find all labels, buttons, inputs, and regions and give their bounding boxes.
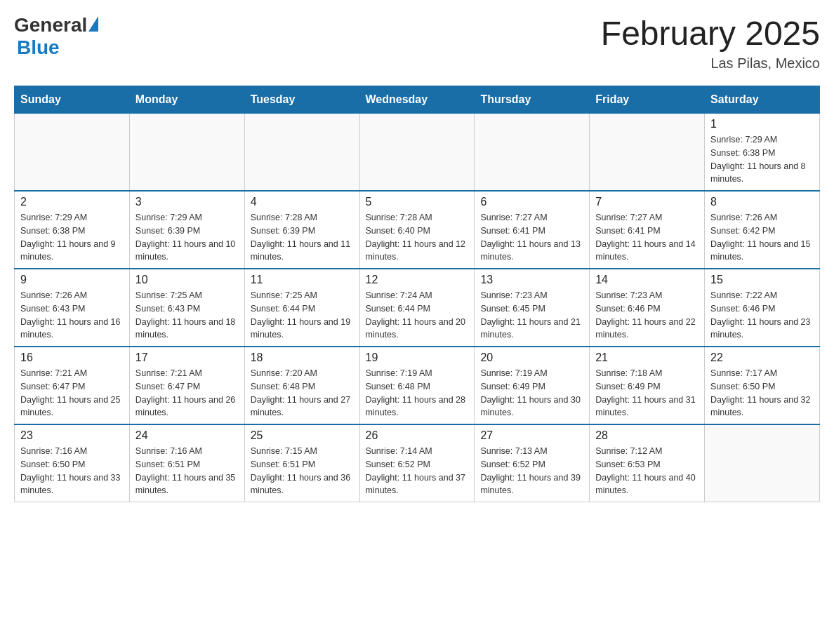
calendar-week-row: 2Sunrise: 7:29 AM Sunset: 6:38 PM Daylig… <box>15 191 820 269</box>
calendar-cell: 2Sunrise: 7:29 AM Sunset: 6:38 PM Daylig… <box>15 191 130 269</box>
day-number: 28 <box>595 429 699 442</box>
calendar-cell: 9Sunrise: 7:26 AM Sunset: 6:43 PM Daylig… <box>15 269 130 347</box>
day-info: Sunrise: 7:25 AM Sunset: 6:43 PM Dayligh… <box>135 289 239 342</box>
day-number: 25 <box>251 429 354 442</box>
day-info: Sunrise: 7:19 AM Sunset: 6:48 PM Dayligh… <box>366 367 469 420</box>
calendar-cell: 12Sunrise: 7:24 AM Sunset: 6:44 PM Dayli… <box>359 269 475 347</box>
calendar-cell <box>705 424 820 502</box>
calendar-cell <box>359 114 475 192</box>
day-number: 17 <box>135 351 239 364</box>
day-number: 3 <box>135 196 239 208</box>
day-info: Sunrise: 7:29 AM Sunset: 6:39 PM Dayligh… <box>135 211 239 264</box>
day-number: 7 <box>595 196 699 208</box>
calendar-cell: 17Sunrise: 7:21 AM Sunset: 6:47 PM Dayli… <box>129 347 244 424</box>
calendar-week-row: 23Sunrise: 7:16 AM Sunset: 6:50 PM Dayli… <box>15 424 820 502</box>
weekday-header-thursday: Thursday <box>475 86 590 114</box>
day-number: 22 <box>710 351 814 364</box>
day-number: 24 <box>135 429 239 442</box>
logo: General Blue <box>14 14 98 59</box>
calendar-header: SundayMondayTuesdayWednesdayThursdayFrid… <box>15 86 820 114</box>
calendar-cell <box>475 114 590 192</box>
day-info: Sunrise: 7:16 AM Sunset: 6:51 PM Dayligh… <box>135 445 239 497</box>
day-info: Sunrise: 7:25 AM Sunset: 6:44 PM Dayligh… <box>251 289 354 342</box>
calendar-cell: 24Sunrise: 7:16 AM Sunset: 6:51 PM Dayli… <box>129 424 244 502</box>
day-info: Sunrise: 7:16 AM Sunset: 6:50 PM Dayligh… <box>20 445 124 497</box>
calendar-cell: 1Sunrise: 7:29 AM Sunset: 6:38 PM Daylig… <box>705 114 820 192</box>
day-number: 15 <box>710 274 814 286</box>
day-number: 21 <box>595 351 699 364</box>
day-number: 27 <box>480 429 583 442</box>
calendar-cell: 16Sunrise: 7:21 AM Sunset: 6:47 PM Dayli… <box>15 347 130 424</box>
day-info: Sunrise: 7:29 AM Sunset: 6:38 PM Dayligh… <box>20 211 124 264</box>
day-number: 16 <box>20 351 124 364</box>
day-number: 5 <box>366 196 469 208</box>
day-number: 4 <box>251 196 354 208</box>
day-info: Sunrise: 7:28 AM Sunset: 6:40 PM Dayligh… <box>366 211 469 264</box>
calendar-cell: 6Sunrise: 7:27 AM Sunset: 6:41 PM Daylig… <box>475 191 590 269</box>
calendar-cell: 5Sunrise: 7:28 AM Sunset: 6:40 PM Daylig… <box>359 191 475 269</box>
calendar-cell: 4Sunrise: 7:28 AM Sunset: 6:39 PM Daylig… <box>244 191 359 269</box>
day-number: 10 <box>135 274 239 286</box>
day-info: Sunrise: 7:22 AM Sunset: 6:46 PM Dayligh… <box>710 289 814 342</box>
day-info: Sunrise: 7:15 AM Sunset: 6:51 PM Dayligh… <box>251 445 354 497</box>
calendar-week-row: 1Sunrise: 7:29 AM Sunset: 6:38 PM Daylig… <box>15 114 820 192</box>
day-number: 13 <box>480 274 583 286</box>
calendar-cell: 7Sunrise: 7:27 AM Sunset: 6:41 PM Daylig… <box>590 191 705 269</box>
day-number: 12 <box>366 274 469 286</box>
day-info: Sunrise: 7:17 AM Sunset: 6:50 PM Dayligh… <box>710 367 814 420</box>
day-number: 26 <box>366 429 469 442</box>
weekday-header-saturday: Saturday <box>705 86 820 114</box>
day-number: 11 <box>251 274 354 286</box>
calendar-cell: 3Sunrise: 7:29 AM Sunset: 6:39 PM Daylig… <box>129 191 244 269</box>
day-info: Sunrise: 7:21 AM Sunset: 6:47 PM Dayligh… <box>135 367 239 420</box>
day-info: Sunrise: 7:12 AM Sunset: 6:53 PM Dayligh… <box>595 445 699 497</box>
month-title: February 2025 <box>601 14 820 53</box>
day-info: Sunrise: 7:29 AM Sunset: 6:38 PM Dayligh… <box>710 133 814 186</box>
calendar-cell: 26Sunrise: 7:14 AM Sunset: 6:52 PM Dayli… <box>359 424 475 502</box>
day-info: Sunrise: 7:20 AM Sunset: 6:48 PM Dayligh… <box>251 367 354 420</box>
calendar-cell: 19Sunrise: 7:19 AM Sunset: 6:48 PM Dayli… <box>359 347 475 424</box>
day-info: Sunrise: 7:27 AM Sunset: 6:41 PM Dayligh… <box>595 211 699 264</box>
calendar-week-row: 9Sunrise: 7:26 AM Sunset: 6:43 PM Daylig… <box>15 269 820 347</box>
day-info: Sunrise: 7:23 AM Sunset: 6:46 PM Dayligh… <box>595 289 699 342</box>
calendar-cell: 22Sunrise: 7:17 AM Sunset: 6:50 PM Dayli… <box>705 347 820 424</box>
day-number: 19 <box>366 351 469 364</box>
calendar-cell: 11Sunrise: 7:25 AM Sunset: 6:44 PM Dayli… <box>244 269 359 347</box>
calendar-cell <box>244 114 359 192</box>
calendar-week-row: 16Sunrise: 7:21 AM Sunset: 6:47 PM Dayli… <box>15 347 820 424</box>
calendar-cell: 28Sunrise: 7:12 AM Sunset: 6:53 PM Dayli… <box>590 424 705 502</box>
calendar-cell: 15Sunrise: 7:22 AM Sunset: 6:46 PM Dayli… <box>705 269 820 347</box>
calendar-cell: 21Sunrise: 7:18 AM Sunset: 6:49 PM Dayli… <box>590 347 705 424</box>
day-info: Sunrise: 7:14 AM Sunset: 6:52 PM Dayligh… <box>366 445 469 497</box>
page-header: General Blue February 2025 Las Pilas, Me… <box>14 14 820 72</box>
weekday-header-row: SundayMondayTuesdayWednesdayThursdayFrid… <box>15 86 820 114</box>
calendar-cell: 10Sunrise: 7:25 AM Sunset: 6:43 PM Dayli… <box>129 269 244 347</box>
day-info: Sunrise: 7:28 AM Sunset: 6:39 PM Dayligh… <box>251 211 354 264</box>
weekday-header-tuesday: Tuesday <box>244 86 359 114</box>
calendar-cell: 14Sunrise: 7:23 AM Sunset: 6:46 PM Dayli… <box>590 269 705 347</box>
day-info: Sunrise: 7:18 AM Sunset: 6:49 PM Dayligh… <box>595 367 699 420</box>
day-number: 9 <box>20 274 124 286</box>
logo-triangle-icon <box>88 16 98 32</box>
logo-blue: Blue <box>17 36 60 59</box>
calendar-cell: 8Sunrise: 7:26 AM Sunset: 6:42 PM Daylig… <box>705 191 820 269</box>
day-number: 23 <box>20 429 124 442</box>
title-section: February 2025 Las Pilas, Mexico <box>601 14 820 72</box>
weekday-header-sunday: Sunday <box>15 86 130 114</box>
day-info: Sunrise: 7:27 AM Sunset: 6:41 PM Dayligh… <box>480 211 583 264</box>
day-number: 1 <box>710 118 814 130</box>
day-number: 20 <box>480 351 583 364</box>
day-info: Sunrise: 7:26 AM Sunset: 6:43 PM Dayligh… <box>20 289 124 342</box>
calendar-cell: 13Sunrise: 7:23 AM Sunset: 6:45 PM Dayli… <box>475 269 590 347</box>
weekday-header-wednesday: Wednesday <box>359 86 475 114</box>
day-info: Sunrise: 7:24 AM Sunset: 6:44 PM Dayligh… <box>366 289 469 342</box>
calendar-cell <box>590 114 705 192</box>
day-info: Sunrise: 7:26 AM Sunset: 6:42 PM Dayligh… <box>710 211 814 264</box>
day-info: Sunrise: 7:23 AM Sunset: 6:45 PM Dayligh… <box>480 289 583 342</box>
calendar-body: 1Sunrise: 7:29 AM Sunset: 6:38 PM Daylig… <box>15 114 820 502</box>
logo-general: General <box>14 14 87 36</box>
day-info: Sunrise: 7:19 AM Sunset: 6:49 PM Dayligh… <box>480 367 583 420</box>
day-number: 2 <box>20 196 124 208</box>
calendar-cell: 18Sunrise: 7:20 AM Sunset: 6:48 PM Dayli… <box>244 347 359 424</box>
calendar-cell <box>15 114 130 192</box>
